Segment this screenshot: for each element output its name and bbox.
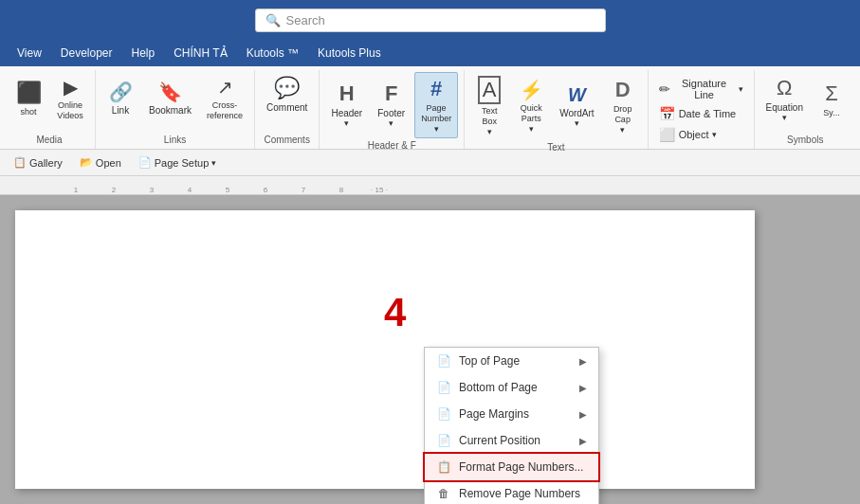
online-videos-icon: ▶ [64, 76, 78, 99]
page-number-button[interactable]: # PageNumber ▾ [414, 72, 458, 138]
page-margins-icon: 📄 [436, 406, 451, 422]
wordart-icon: W [568, 84, 586, 106]
right-text-items: ✏ Signature Line ▾ 📅 Date & Time ⬜ Objec… [654, 76, 748, 144]
object-icon: ⬜ [659, 127, 675, 142]
screenshot-label: shot [20, 107, 36, 117]
links-group-label: Links [164, 135, 186, 147]
ruler-mark-4: 3 [133, 186, 171, 194]
symbol-button[interactable]: Σ Sy... [813, 78, 851, 121]
gallery-button[interactable]: 📋 Gallery [8, 154, 68, 171]
signature-line-button[interactable]: ✏ Signature Line ▾ [654, 76, 748, 102]
dropdown-item-page-margins[interactable]: 📄 Page Margins ▶ [425, 401, 598, 427]
format-page-numbers-icon: 📋 [436, 459, 451, 475]
menu-kutools[interactable]: Kutools ™ [237, 43, 308, 63]
current-position-chevron: ▶ [579, 436, 587, 446]
current-position-icon: 📄 [436, 433, 451, 448]
drop-cap-button[interactable]: D DropCap ▾ [604, 74, 642, 138]
ribbon-group-header-footer: H Header ▾ F Footer ▾ # PageNumber ▾ Hea… [320, 70, 465, 149]
bookmark-button[interactable]: 🔖 Bookmark [143, 77, 197, 119]
search-bar[interactable]: 🔍 Search [255, 9, 606, 32]
bottom-of-page-label: Bottom of Page [459, 381, 538, 394]
footer-icon: F [385, 81, 397, 106]
ribbon-group-links: 🔗 Link 🔖 Bookmark ↗ Cross-reference Link… [96, 70, 255, 149]
ribbon-header-footer-items: H Header ▾ F Footer ▾ # PageNumber ▾ [325, 72, 458, 138]
symbol-label: Sy... [823, 108, 839, 117]
page-number-arrow: ▾ [434, 124, 439, 134]
footer-label: Footer [377, 108, 405, 118]
drop-cap-icon: D [615, 78, 631, 102]
cross-reference-icon: ↗ [217, 76, 233, 99]
header-icon: H [339, 81, 355, 106]
text-group-label: Text [547, 142, 564, 154]
dropdown-item-top-of-page[interactable]: 📄 Top of Page ▶ [425, 348, 598, 374]
open-button[interactable]: 📂 Open [74, 154, 127, 171]
signature-line-label: Signature Line [674, 78, 735, 100]
equation-label: Equation [766, 102, 803, 113]
menu-developer[interactable]: Developer [51, 43, 122, 63]
cross-reference-button[interactable]: ↗ Cross-reference [201, 72, 248, 125]
date-time-label: Date & Time [679, 108, 737, 119]
dropdown-item-current-position[interactable]: 📄 Current Position ▶ [425, 427, 598, 454]
link-icon: 🔗 [109, 81, 133, 103]
dropdown-item-bottom-of-page[interactable]: 📄 Bottom of Page ▶ [425, 374, 598, 401]
header-button[interactable]: H Header ▾ [325, 78, 368, 132]
text-box-button[interactable]: A TextBox ▾ [470, 72, 508, 140]
top-of-page-icon: 📄 [436, 353, 451, 369]
quick-parts-arrow: ▾ [529, 124, 534, 134]
cross-reference-label: Cross-reference [207, 100, 243, 121]
bottom-of-page-chevron: ▶ [579, 383, 587, 393]
menu-bar: View Developer Help CHÍNH TẢ Kutools ™ K… [0, 40, 860, 66]
step-number: 4 [384, 290, 406, 335]
wordart-button[interactable]: W WordArt ▾ [554, 81, 600, 132]
quick-parts-button[interactable]: ⚡ QuickParts ▾ [512, 75, 550, 137]
dropdown-menu: 📄 Top of Page ▶ 📄 Bottom of Page ▶ [424, 347, 599, 504]
date-time-button[interactable]: 📅 Date & Time [654, 104, 748, 123]
menu-view[interactable]: View [8, 43, 51, 63]
menu-help[interactable]: Help [122, 43, 165, 63]
ribbon-media-items: ⬛ shot ▶ OnlineVideos [9, 72, 89, 125]
online-videos-label: OnlineVideos [57, 100, 82, 121]
doc-page [15, 210, 755, 489]
online-videos-button[interactable]: ▶ OnlineVideos [51, 72, 89, 125]
gallery-icon: 📋 [13, 156, 27, 169]
gallery-label: Gallery [29, 157, 63, 169]
comment-button[interactable]: 💬 Comment [261, 72, 313, 117]
ruler-mark-6: 5 [209, 186, 247, 194]
remove-page-numbers-label: Remove Page Numbers [459, 487, 580, 500]
link-button[interactable]: 🔗 Link [101, 77, 139, 119]
dropdown-item-format-page-numbers[interactable]: 📋 Format Page Numbers... [425, 454, 598, 480]
toolbar: 📋 Gallery 📂 Open 📄 Page Setup ▾ [0, 150, 860, 176]
ribbon-group-text: A TextBox ▾ ⚡ QuickParts ▾ W WordArt ▾ D… [465, 70, 649, 149]
ruler: 1 2 3 4 5 6 7 8 · 15 · [0, 176, 860, 195]
search-icon: 🔍 [265, 13, 281, 27]
ruler-mark-7: 6 [247, 186, 284, 194]
text-box-arrow: ▾ [487, 127, 492, 136]
text-box-label: TextBox [482, 106, 498, 127]
dropdown-item-remove-page-numbers[interactable]: 🗑 Remove Page Numbers [425, 480, 598, 504]
ruler-mark-10: · 15 · [360, 186, 398, 194]
comment-icon: 💬 [274, 76, 300, 100]
ribbon-links-items: 🔗 Link 🔖 Bookmark ↗ Cross-reference [101, 72, 248, 125]
object-button[interactable]: ⬜ Object ▾ [654, 125, 748, 144]
signature-line-icon: ✏ [659, 81, 670, 97]
quick-parts-label: QuickParts [521, 103, 542, 124]
menu-kutools-plus[interactable]: Kutools Plus [308, 43, 391, 63]
main-content: ⬛ shot ▶ OnlineVideos Media 🔗 Link 🔖 B [0, 66, 860, 504]
header-arrow: ▾ [344, 118, 349, 128]
screenshot-button[interactable]: ⬛ shot [9, 77, 47, 120]
footer-button[interactable]: F Footer ▾ [372, 78, 411, 132]
equation-button[interactable]: Ω Equation ▾ [760, 72, 809, 126]
bookmark-icon: 🔖 [158, 81, 182, 103]
comments-group-label: Comments [265, 135, 310, 147]
ribbon-symbols-items: Ω Equation ▾ Σ Sy... [760, 72, 851, 126]
symbols-group-label: Symbols [787, 135, 823, 147]
wordart-arrow: ▾ [575, 118, 579, 128]
menu-chinh-ta[interactable]: CHÍNH TẢ [164, 43, 236, 63]
page-setup-button[interactable]: 📄 Page Setup ▾ [133, 154, 223, 171]
text-box-icon: A [478, 76, 502, 104]
drop-cap-label: DropCap [613, 104, 632, 125]
object-arrow: ▾ [712, 130, 717, 139]
doc-area: 4 📄 Top of Page ▶ 📄 Bottom of Page [0, 195, 860, 504]
dropdown-menu-overlay: 📄 Top of Page ▶ 📄 Bottom of Page ▶ [424, 347, 599, 504]
ribbon: ⬛ shot ▶ OnlineVideos Media 🔗 Link 🔖 B [0, 66, 860, 150]
